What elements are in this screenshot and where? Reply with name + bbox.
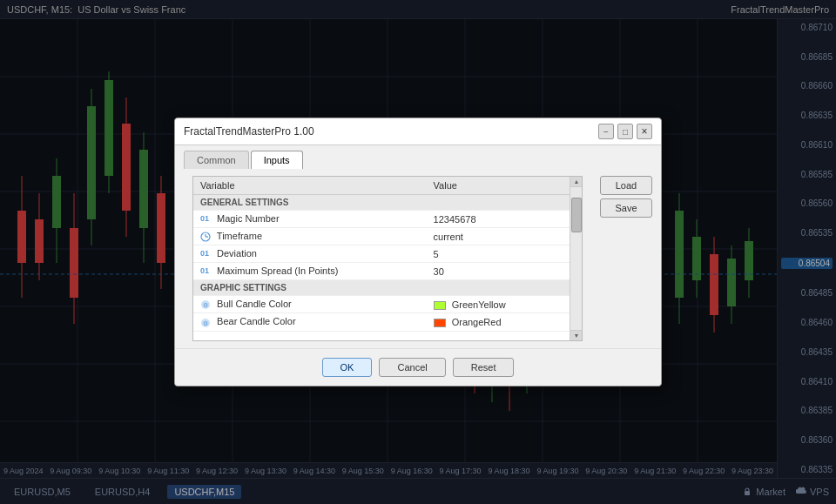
- table-row: 01 Maximum Spread (In Points) 30: [193, 263, 582, 280]
- row-bull-value[interactable]: GreenYellow: [427, 296, 582, 313]
- row-magic-value[interactable]: 12345678: [427, 211, 582, 228]
- dialog-footer: OK Cancel Reset: [175, 348, 661, 386]
- save-button[interactable]: Save: [600, 198, 652, 218]
- scrollbar-down[interactable]: ▼: [570, 330, 583, 340]
- reset-button[interactable]: Reset: [453, 358, 515, 377]
- row-bull-label: Bull Candle Color: [217, 299, 292, 309]
- table-row: ⚙ Bear Candle Color OrangeRed: [193, 313, 582, 331]
- svg-text:⚙: ⚙: [203, 320, 208, 326]
- table-row: 01 Magic Number 12345678: [193, 211, 582, 228]
- dialog-content-area: Variable Value GENERAL SETTINGS: [175, 169, 661, 348]
- row-bear-variable: ⚙ Bear Candle Color: [193, 313, 427, 331]
- table-row: 01 Deviation 5: [193, 245, 582, 263]
- modal-overlay: FractalTrendMasterPro 1.00 − □ × Common …: [0, 0, 836, 504]
- dialog-tabs: Common Inputs: [175, 145, 661, 169]
- side-buttons: Load Save: [600, 176, 652, 341]
- row-tf-value[interactable]: current: [427, 228, 582, 245]
- row-icon-dev: 01: [200, 249, 211, 259]
- row-tf-variable: Timeframe: [193, 228, 427, 245]
- table-container: Variable Value GENERAL SETTINGS: [192, 176, 583, 341]
- load-button[interactable]: Load: [600, 176, 652, 195]
- row-icon-bull: ⚙: [200, 299, 211, 310]
- section-general: GENERAL SETTINGS: [193, 195, 582, 211]
- tab-inputs[interactable]: Inputs: [251, 151, 303, 169]
- row-icon-magic: 01: [200, 214, 211, 225]
- svg-text:⚙: ⚙: [203, 302, 208, 308]
- table-scrollbar[interactable]: ▲ ▼: [570, 177, 582, 340]
- row-magic-label: Magic Number: [217, 213, 280, 224]
- row-icon-bear: ⚙: [200, 318, 211, 328]
- row-bear-value[interactable]: OrangeRed: [427, 313, 582, 331]
- row-bull-variable: ⚙ Bull Candle Color: [193, 296, 427, 313]
- row-dev-variable: 01 Deviation: [193, 245, 427, 263]
- row-dev-value[interactable]: 5: [427, 245, 582, 263]
- row-bear-label: Bear Candle Color: [217, 316, 296, 326]
- row-tf-label: Timeframe: [217, 231, 262, 241]
- row-spread-value[interactable]: 30: [427, 263, 582, 280]
- table-row: Timeframe current: [193, 228, 582, 245]
- section-graphic-label: GRAPHIC SETTINGS: [193, 280, 582, 296]
- maximize-button[interactable]: □: [617, 124, 633, 139]
- col-header-value: Value: [427, 177, 582, 195]
- tab-common[interactable]: Common: [184, 151, 249, 169]
- row-spread-variable: 01 Maximum Spread (In Points): [193, 263, 427, 280]
- row-spread-label: Maximum Spread (In Points): [217, 265, 338, 276]
- row-magic-variable: 01 Magic Number: [193, 211, 427, 228]
- row-icon-tf: [200, 232, 211, 242]
- bull-color-label: GreenYellow: [452, 299, 506, 310]
- cancel-button[interactable]: Cancel: [379, 358, 445, 377]
- settings-table: Variable Value GENERAL SETTINGS: [193, 177, 582, 332]
- bear-color-swatch: [434, 319, 446, 327]
- col-header-variable: Variable: [193, 177, 427, 195]
- bear-color-label: OrangeRed: [452, 317, 502, 327]
- dialog-titlebar: FractalTrendMasterPro 1.00 − □ ×: [175, 118, 661, 145]
- dialog: FractalTrendMasterPro 1.00 − □ × Common …: [174, 118, 662, 386]
- table-row: ⚙ Bull Candle Color GreenYellow: [193, 296, 582, 313]
- row-dev-label: Deviation: [217, 248, 257, 259]
- scrollbar-up[interactable]: ▲: [570, 177, 583, 187]
- close-button[interactable]: ×: [637, 124, 652, 139]
- bull-color-swatch: [434, 301, 446, 310]
- scrollbar-thumb[interactable]: [571, 198, 582, 232]
- section-general-label: GENERAL SETTINGS: [193, 195, 582, 211]
- dialog-controls: − □ ×: [598, 124, 652, 139]
- section-graphic: GRAPHIC SETTINGS: [193, 280, 582, 296]
- table-column: Variable Value GENERAL SETTINGS: [184, 176, 591, 341]
- minimize-button[interactable]: −: [598, 124, 614, 139]
- row-icon-spread: 01: [200, 266, 211, 277]
- dialog-title: FractalTrendMasterPro 1.00: [184, 125, 314, 138]
- ok-button[interactable]: OK: [322, 358, 373, 377]
